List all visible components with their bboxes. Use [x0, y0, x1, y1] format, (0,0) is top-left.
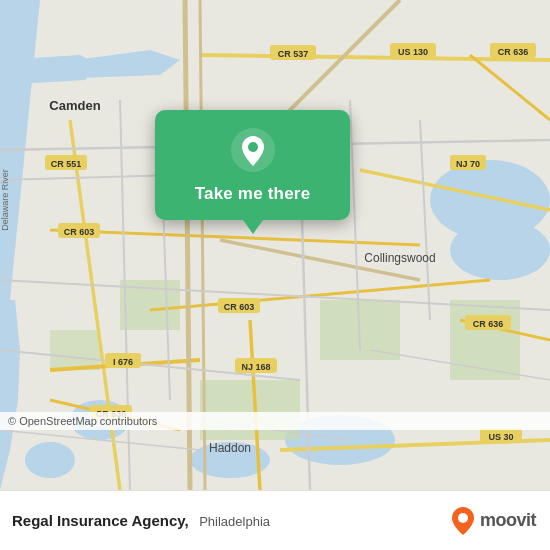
moovit-logo: moovit	[451, 507, 536, 535]
svg-text:NJ 168: NJ 168	[241, 362, 270, 372]
svg-rect-13	[450, 300, 520, 380]
svg-text:I 676: I 676	[113, 357, 133, 367]
moovit-text: moovit	[480, 510, 536, 531]
svg-point-10	[25, 442, 75, 478]
svg-text:US 30: US 30	[488, 432, 513, 442]
copyright-text: © OpenStreetMap contributors	[8, 415, 157, 427]
business-info: Regal Insurance Agency, Philadelphia	[12, 512, 270, 530]
svg-text:Haddon: Haddon	[209, 441, 251, 455]
business-name: Regal Insurance Agency,	[12, 512, 189, 529]
svg-rect-15	[50, 330, 100, 370]
copyright-bar: © OpenStreetMap contributors	[0, 412, 550, 430]
svg-point-73	[458, 513, 468, 523]
svg-text:CR 603: CR 603	[64, 227, 95, 237]
svg-text:Delaware River: Delaware River	[0, 169, 10, 231]
svg-text:CR 603: CR 603	[224, 302, 255, 312]
location-popup: Take me there	[155, 110, 350, 220]
svg-point-6	[450, 220, 550, 280]
svg-text:Collingswood: Collingswood	[364, 251, 435, 265]
svg-point-72	[248, 142, 258, 152]
svg-text:CR 551: CR 551	[51, 159, 82, 169]
location-pin-icon	[231, 128, 275, 172]
svg-text:CR 537: CR 537	[278, 49, 309, 59]
svg-text:US 130: US 130	[398, 47, 428, 57]
svg-text:Camden: Camden	[49, 98, 100, 113]
map-container: CR 537 US 130 CR 636 CR 551 NJ 70 CR 603…	[0, 0, 550, 490]
bottom-bar: Regal Insurance Agency, Philadelphia moo…	[0, 490, 550, 550]
svg-text:CR 636: CR 636	[473, 319, 504, 329]
svg-text:NJ 70: NJ 70	[456, 159, 480, 169]
take-me-there-button[interactable]: Take me there	[195, 182, 311, 206]
svg-text:CR 636: CR 636	[498, 47, 529, 57]
moovit-pin-icon	[451, 507, 475, 535]
city-name: Philadelphia	[199, 514, 270, 529]
